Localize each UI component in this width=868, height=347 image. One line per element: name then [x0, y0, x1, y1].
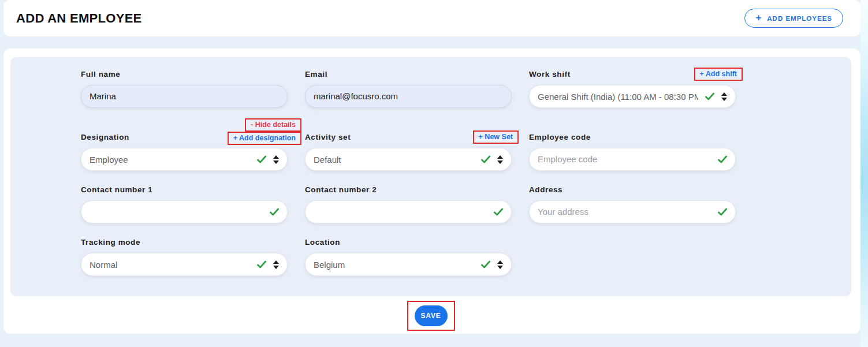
tracking-mode-label: Tracking mode — [81, 238, 140, 247]
full-name-field-group: Full name — [81, 68, 288, 108]
plus-icon: + — [755, 13, 762, 23]
employee-code-field-group: Employee code — [529, 130, 736, 171]
address-input[interactable] — [538, 207, 711, 217]
contact2-label: Contact number 2 — [305, 185, 377, 194]
unfold-caret-icon — [721, 92, 728, 101]
contact1-input[interactable] — [90, 207, 263, 217]
check-icon — [717, 206, 728, 218]
check-icon — [256, 259, 267, 270]
add-employees-label: ADD EMPLOYEES — [767, 15, 832, 22]
check-icon — [480, 259, 491, 270]
full-name-label: Full name — [81, 70, 120, 79]
check-icon — [480, 154, 491, 165]
location-select[interactable]: Belgium — [305, 253, 512, 276]
work-shift-label: Work shift — [529, 70, 571, 79]
check-icon — [256, 154, 267, 165]
designation-field-group: Designation - Hide details + Add designa… — [81, 130, 288, 171]
page-edge-gradient — [860, 0, 868, 347]
email-field-group: Email — [305, 68, 512, 108]
check-icon — [704, 91, 716, 102]
contact2-input[interactable] — [314, 207, 487, 217]
hide-details-link[interactable]: - Hide details — [245, 118, 301, 132]
empty-cell — [529, 236, 736, 276]
unfold-caret-icon — [497, 260, 504, 269]
work-shift-field-group: Work shift + Add shift General Shift (In… — [529, 68, 736, 108]
address-field-group: Address — [529, 183, 736, 223]
contact1-label: Contact number 1 — [81, 185, 152, 194]
unfold-caret-icon — [497, 155, 504, 164]
tracking-mode-select[interactable]: Normal — [81, 253, 288, 276]
tracking-mode-field-group: Tracking mode Normal — [81, 236, 288, 276]
header-bar: ADD AN EMPLOYEE + ADD EMPLOYEES — [3, 0, 860, 36]
designation-label: Designation — [81, 133, 129, 141]
activity-set-select[interactable]: Default — [305, 148, 512, 171]
work-shift-select[interactable]: General Shift (India) (11:00 AM - 08:30 … — [529, 85, 736, 108]
form-panel: Full name Email Work shift + Add shift — [10, 57, 851, 296]
add-shift-link[interactable]: + Add shift — [694, 68, 743, 81]
address-label: Address — [529, 185, 562, 194]
designation-selected-value: Employee — [90, 155, 250, 165]
location-field-group: Location Belgium — [305, 236, 512, 276]
activity-set-label: Activity set — [305, 133, 351, 141]
add-employees-button[interactable]: + ADD EMPLOYEES — [744, 9, 843, 28]
email-input[interactable] — [314, 91, 504, 101]
work-shift-selected-value: General Shift (India) (11:00 AM - 08:30 … — [538, 92, 698, 102]
employee-form-card: Full name Email Work shift + Add shift — [3, 48, 860, 334]
employee-code-input[interactable] — [538, 154, 711, 164]
location-selected-value: Belgium — [314, 260, 474, 270]
location-label: Location — [305, 238, 340, 247]
tracking-mode-selected-value: Normal — [90, 260, 250, 270]
add-designation-link[interactable]: + Add designation — [228, 132, 301, 145]
activity-set-selected-value: Default — [314, 155, 474, 165]
check-icon — [493, 206, 504, 218]
check-icon — [269, 206, 280, 218]
save-button[interactable]: SAVE — [415, 305, 448, 326]
page-title: ADD AN EMPLOYEE — [16, 11, 142, 26]
email-label: Email — [305, 70, 327, 79]
designation-select[interactable]: Employee — [81, 148, 288, 171]
full-name-input[interactable] — [90, 91, 280, 101]
new-set-link[interactable]: + New Set — [473, 130, 519, 144]
save-annotation-box: SAVE — [407, 301, 455, 331]
contact1-field-group: Contact number 1 — [81, 183, 288, 223]
employee-code-label: Employee code — [529, 133, 591, 141]
activity-set-field-group: Activity set + New Set Default — [305, 130, 512, 171]
unfold-caret-icon — [273, 260, 280, 269]
check-icon — [717, 154, 728, 165]
unfold-caret-icon — [273, 155, 280, 164]
contact2-field-group: Contact number 2 — [305, 183, 512, 223]
